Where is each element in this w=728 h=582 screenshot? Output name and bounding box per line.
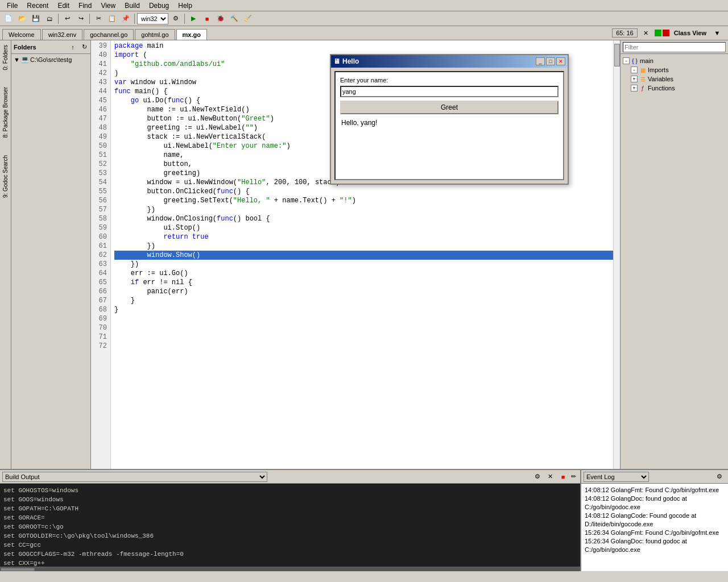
tab-gohtml[interactable]: gohtml.go [135,29,175,40]
dialog-name-input[interactable] [340,86,559,97]
build-output-settings[interactable]: ⚙ [531,471,544,483]
event-log-panel: Event Log ⚙ 14:08:12 GolangFmt: Found C:… [580,470,728,571]
tree-item-variables[interactable]: + ☰ Variables [631,74,726,84]
event-log-select[interactable]: Event Log [584,472,649,482]
redo-button[interactable]: ↪ [75,13,87,25]
tree-item-functions[interactable]: + ƒ Functions [631,84,726,93]
tree-icon-main: { } [631,57,639,65]
build-line: set GOOS=windows [3,495,577,504]
menu-file[interactable]: File [2,1,22,11]
bottom-panel: Build Output ⚙ ✕ ■ ✏ set GOHOSTOS=window… [0,469,728,571]
copy-button[interactable]: 📋 [106,13,118,25]
event-log-line: 14:08:12 GolangDoc: found godoc at C:/go… [585,494,725,512]
cut-button[interactable]: ✂ [92,13,105,25]
dialog-title-text: Hello [342,57,359,65]
class-view-toggle[interactable]: ▼ [711,27,723,39]
vertical-scrollbar[interactable] [613,40,620,469]
build-line: set CXX=g++ [3,559,577,567]
menu-help[interactable]: Help [173,1,197,11]
menu-build[interactable]: Build [120,1,144,11]
tree-item-imports[interactable]: - ▦ Imports [631,65,726,74]
stop-button[interactable]: ■ [201,13,213,25]
folder-toolbar: Folders ↑ ↻ [11,40,90,54]
dialog-title-left: 🖥 Hello [333,57,359,65]
left-tab-folders[interactable]: 0: Folders [2,43,9,72]
tree-expand-imports[interactable]: - [631,66,638,73]
tree-expand-variables[interactable]: + [631,76,638,82]
dialog-close-button[interactable]: ✕ [556,57,565,65]
folder-refresh[interactable]: ↻ [79,42,89,52]
debug-button[interactable]: 🐞 [214,13,227,25]
code-line: ui.Stop() [114,223,617,232]
tab-gochannel[interactable]: gochannel.go [84,29,134,40]
new-file-button[interactable]: 📄 [2,13,15,25]
dialog-minimize-button[interactable]: _ [536,57,545,65]
class-view-toolbar [621,40,728,54]
tree-item-main[interactable]: - { } main [623,56,726,65]
dialog-body: Enter your name: Greet Hello, yang! [331,68,568,184]
build-button[interactable]: 🔨 [228,13,241,25]
top-right-area: 65: 16 ✕ Class View ▼ [607,27,728,39]
folder-tree-item[interactable]: ▼ 💻 C:\Go\src\testg [13,55,89,64]
build-line: set GORACE= [3,513,577,522]
tree-label-variables: Variables [648,76,673,82]
paste-button[interactable]: 📌 [119,13,132,25]
menu-debug[interactable]: Debug [144,1,173,11]
tab-mxgo[interactable]: mx.go [176,29,207,40]
code-line: err := ui.Go() [114,269,617,278]
left-tab-package-browser[interactable]: 8: Package Browser [2,85,9,140]
code-line: button.OnClicked(func() { [114,187,617,196]
undo-button[interactable]: ↩ [61,13,73,25]
expand-arrow: ▼ [14,56,20,63]
tree-expand-main[interactable]: - [623,57,630,64]
menu-view[interactable]: View [96,1,120,11]
dialog-controls: _ □ ✕ [536,57,565,65]
tree-label-functions: Functions [648,85,675,92]
tab-win32env[interactable]: win32.env [42,29,83,40]
folder-panel-title: Folders [13,44,38,51]
dialog-maximize-button[interactable]: □ [546,57,555,65]
menu-edit[interactable]: Edit [53,1,74,11]
menu-recent[interactable]: Recent [22,1,53,11]
green-indicator [655,30,661,36]
code-line: } [114,305,617,314]
code-line: panic(err) [114,287,617,296]
tab-welcome[interactable]: Welcome [2,29,41,40]
build-line: set GOHOSTOS=windows [3,486,577,495]
cursor-position: 65: 16 [612,28,638,38]
tree-icon-variables: ☰ [639,75,647,83]
code-line: package main [114,41,617,51]
event-log-line: 14:08:12 GolangCode: Found gocode at D:/… [585,512,725,529]
run-button[interactable]: ▶ [187,13,200,25]
save-all-button[interactable]: 🗂 [43,13,56,25]
dialog-result-text: Hello, yang! [340,118,559,174]
open-button[interactable]: 📂 [16,13,28,25]
build-stop-button[interactable]: ■ [559,472,568,481]
tree-expand-functions[interactable]: + [631,85,638,92]
build-clear-button[interactable]: ✏ [569,472,578,481]
scroll-thumb-vertical[interactable] [614,44,620,66]
build-target-dropdown[interactable]: win32 [137,13,168,24]
event-log-line: 15:26:34 GolangDoc: found godoc at C:/go… [585,537,725,554]
build-hscroll-thumb[interactable] [1,568,35,571]
folder-nav-up[interactable]: ↑ [68,42,78,52]
build-line: set GOGCCFLAGS=-m32 -mthreads -fmessage-… [3,550,577,559]
save-button[interactable]: 💾 [30,13,42,25]
left-tab-godoc-search[interactable]: 9: Godoc Search [2,153,9,200]
class-filter-input[interactable] [623,42,726,52]
main-toolbar: 📄 📂 💾 🗂 ↩ ↪ ✂ 📋 📌 win32 ⚙ ▶ ■ 🐞 🔨 🧹 [0,11,728,26]
build-output-close[interactable]: ✕ [544,471,556,483]
event-log-settings[interactable]: ⚙ [713,471,726,483]
build-config-button[interactable]: ⚙ [169,13,182,25]
class-view-panel: - { } main - ▦ Imports + ☰ Variables + ƒ… [620,40,728,469]
build-output-hscrollbar[interactable] [0,567,580,571]
toolbar-sep4 [184,14,185,24]
menu-find[interactable]: Find [74,1,96,11]
dialog-greet-button[interactable]: Greet [340,101,559,114]
build-output-select[interactable]: Build Output [2,472,267,482]
code-line: if err != nil { [114,278,617,287]
left-tab-panel: 0: Folders 8: Package Browser 9: Godoc S… [0,40,11,469]
hello-dialog: 🖥 Hello _ □ ✕ Enter your name: Greet Hel… [330,54,569,185]
close-tab-button[interactable]: ✕ [640,27,652,39]
clean-button[interactable]: 🧹 [242,13,254,25]
